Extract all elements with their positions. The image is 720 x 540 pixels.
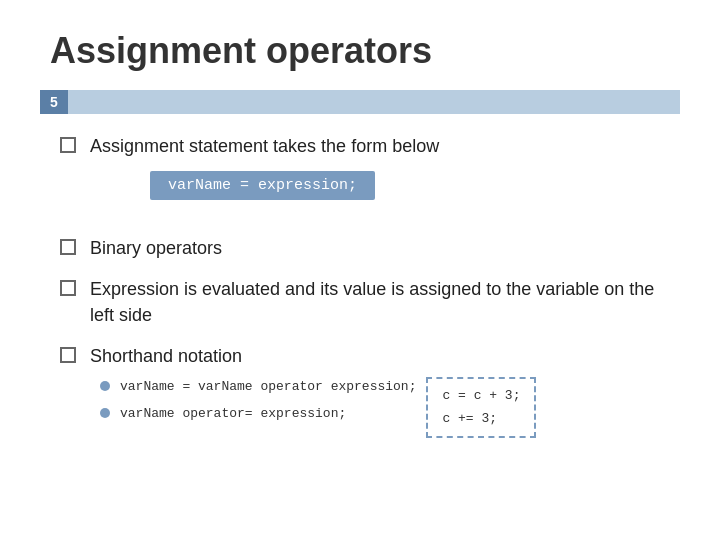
dashed-line-2: c += 3;	[442, 407, 520, 430]
slide-number: 5	[40, 90, 68, 114]
slide: Assignment operators 5 Assignment statem…	[0, 0, 720, 540]
bullet-assignment-statement: Assignment statement takes the form belo…	[60, 134, 680, 220]
checkbox-icon-3	[60, 280, 76, 296]
checkbox-icon-4	[60, 347, 76, 363]
sub-bullet-text-1: varName = varName operator expression;	[120, 377, 416, 397]
bullet-text-4: Shorthand notation	[90, 346, 242, 366]
bullet-text-1: Assignment statement takes the form belo…	[90, 136, 439, 156]
bullet-expression-evaluated: Expression is evaluated and its value is…	[60, 277, 680, 327]
content-area: Assignment statement takes the form belo…	[40, 134, 680, 438]
checkbox-icon-2	[60, 239, 76, 255]
bullet-binary-operators: Binary operators	[60, 236, 680, 261]
slide-title: Assignment operators	[50, 30, 680, 72]
dashed-line-1: c = c + 3;	[442, 384, 520, 407]
sub-bullet-1: varName = varName operator expression;	[100, 377, 416, 397]
bullet-shorthand: Shorthand notation varName = varName ope…	[60, 344, 680, 438]
sub-circle-icon-1	[100, 381, 110, 391]
slide-number-bar: 5	[40, 90, 680, 114]
sub-bullet-text-2: varName operator= expression;	[120, 404, 346, 424]
checkbox-icon-1	[60, 137, 76, 153]
bullet-text-2: Binary operators	[90, 236, 222, 261]
sub-bullets-wrapper: varName = varName operator expression; v…	[100, 377, 416, 432]
progress-bar	[68, 90, 680, 114]
sub-bullet-2: varName operator= expression;	[100, 404, 416, 424]
dashed-code-box: c = c + 3; c += 3;	[426, 377, 536, 438]
bullet-text-3: Expression is evaluated and its value is…	[90, 277, 680, 327]
code-varname-expression: varName = expression;	[150, 171, 375, 200]
sub-circle-icon-2	[100, 408, 110, 418]
